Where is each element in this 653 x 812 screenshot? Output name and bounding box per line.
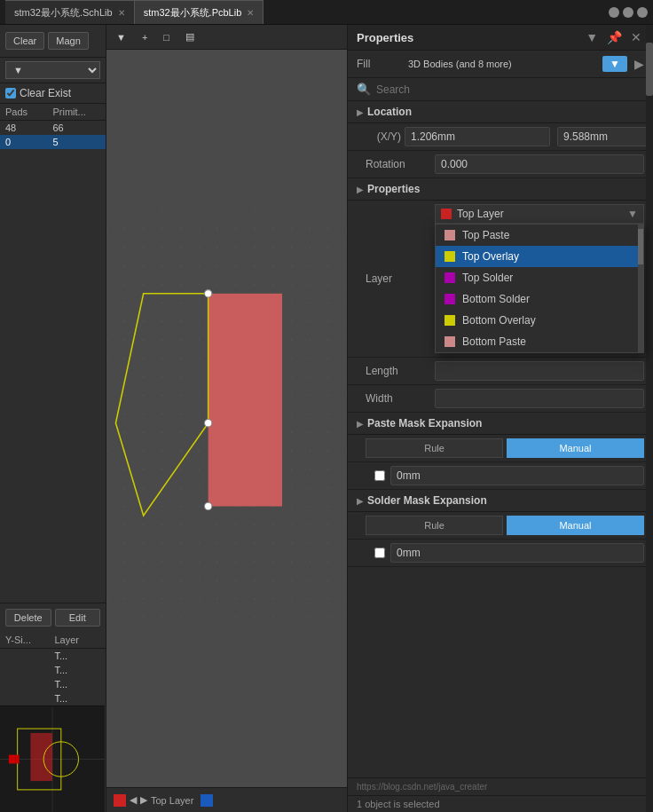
- top-overlay-label: Top Overlay: [462, 250, 519, 263]
- filter-button[interactable]: ▼: [602, 56, 627, 72]
- layer-select-box[interactable]: Top Layer ▼: [435, 204, 644, 224]
- paste-mask-section-header[interactable]: ▶ Paste Mask Expansion: [348, 413, 653, 435]
- dropdown-scrollbar-thumb: [638, 229, 643, 264]
- close-window-button[interactable]: [637, 7, 648, 18]
- dropdown-item-top-paste[interactable]: Top Paste: [436, 225, 643, 246]
- panel-close-btn[interactable]: ✕: [628, 30, 644, 44]
- search-row: 🔍: [348, 78, 653, 101]
- table-row-0[interactable]: 48 66: [0, 121, 106, 135]
- dropdown-item-top-solder[interactable]: Top Solder: [436, 267, 643, 288]
- tab-pcblib-close[interactable]: ✕: [247, 8, 254, 18]
- paste-rule-btn[interactable]: Rule: [366, 438, 503, 458]
- layer-indicator: ◀ ▶ Top Layer: [114, 794, 213, 807]
- svg-point-16: [204, 290, 211, 297]
- main-layout: Clear Magn ▼ Clear Exist Pads Primit... …: [0, 25, 653, 812]
- sidebar-table-header: Pads Primit...: [0, 104, 106, 121]
- svg-rect-6: [9, 755, 16, 764]
- clear-exist-checkbox[interactable]: [5, 88, 16, 99]
- tab-schlib-close[interactable]: ✕: [118, 8, 125, 18]
- solder-mask-section-title: Solder Mask Expansion: [367, 494, 487, 507]
- paste-mask-section-title: Paste Mask Expansion: [367, 417, 482, 430]
- length-input[interactable]: [435, 361, 644, 381]
- solder-mask-toggle-row: Rule Manual: [348, 512, 653, 540]
- search-input[interactable]: [376, 83, 644, 96]
- canvas-content[interactable]: [106, 50, 347, 787]
- chart-tool-btn[interactable]: ▤: [179, 28, 201, 45]
- solder-mask-section-header[interactable]: ▶ Solder Mask Expansion: [348, 490, 653, 512]
- canvas-status-bar: ◀ ▶ Top Layer: [106, 787, 347, 812]
- expand-button[interactable]: ▶: [634, 57, 644, 71]
- magn-button[interactable]: Magn: [48, 32, 89, 50]
- clear-button[interactable]: Clear: [5, 32, 44, 50]
- solder-mask-value[interactable]: [390, 543, 644, 563]
- paste-mask-value[interactable]: [390, 466, 644, 485]
- y-value-input[interactable]: [557, 127, 653, 146]
- col-layer: Layer: [55, 635, 101, 645]
- location-collapse-icon: ▶: [357, 107, 364, 117]
- bottom-solder-color: [445, 294, 455, 304]
- layer-selected-value: Top Layer: [457, 208, 504, 220]
- add-tool-btn[interactable]: +: [136, 29, 153, 45]
- table-row-1[interactable]: 0 5: [0, 135, 106, 149]
- dropdown-item-bottom-solder[interactable]: Bottom Solder: [436, 288, 643, 310]
- list-item-3[interactable]: T...: [0, 691, 106, 706]
- top-paste-label: Top Paste: [462, 229, 509, 241]
- paste-mask-collapse-icon: ▶: [357, 419, 364, 429]
- right-panel: Properties ▼ 📌 ✕ Fill 3D Bodies (and 8 m…: [347, 25, 653, 812]
- location-section-header[interactable]: ▶ Location: [348, 101, 653, 123]
- list-item-2[interactable]: T...: [0, 677, 106, 691]
- top-solder-color: [445, 272, 455, 283]
- solder-manual-btn[interactable]: Manual: [507, 516, 644, 535]
- tab-pcblib[interactable]: stm32最小系统.PcbLib ✕: [135, 0, 264, 24]
- dropdown-item-bottom-paste[interactable]: Bottom Paste: [436, 331, 643, 352]
- title-bar: stm32最小系统.SchLib ✕ stm32最小系统.PcbLib ✕: [0, 0, 653, 25]
- pin-button[interactable]: [609, 7, 619, 18]
- mini-preview: [0, 706, 105, 812]
- sidebar-dropdown-row: ▼: [0, 58, 106, 83]
- solder-rule-btn[interactable]: Rule: [366, 516, 503, 535]
- select-tool-btn[interactable]: □: [157, 29, 176, 45]
- list-item-0[interactable]: T...: [0, 649, 106, 663]
- layer-color-indicator: [114, 794, 126, 807]
- panel-collapse-btn[interactable]: ▼: [583, 30, 601, 44]
- paste-mask-value-row: [348, 462, 653, 490]
- sidebar-select[interactable]: ▼: [5, 61, 100, 79]
- list-item-1[interactable]: T...: [0, 663, 106, 677]
- panel-title: Properties: [357, 31, 576, 44]
- paste-mask-checkbox[interactable]: [374, 470, 385, 481]
- properties-section-header[interactable]: ▶ Properties: [348, 178, 653, 201]
- rotation-input[interactable]: [435, 154, 644, 174]
- top-overlay-color: [445, 251, 455, 262]
- fill-label: Fill: [357, 58, 401, 70]
- sidebar-action-btns: Delete Edit: [0, 603, 106, 632]
- dropdown-scrollbar[interactable]: [638, 225, 643, 352]
- filter-tool-btn[interactable]: ▼: [110, 29, 132, 45]
- svg-rect-4: [30, 733, 52, 781]
- header-pads: Pads: [5, 106, 53, 117]
- layer-dropdown-arrow-icon: ▼: [627, 208, 638, 220]
- properties-scrollbar[interactable]: [646, 25, 653, 812]
- solder-mask-value-row: [348, 540, 653, 567]
- paste-manual-btn[interactable]: Manual: [507, 438, 644, 458]
- search-icon: 🔍: [357, 83, 371, 96]
- tab-schlib[interactable]: stm32最小系统.SchLib ✕: [5, 0, 135, 24]
- dropdown-item-bottom-overlay[interactable]: Bottom Overlay: [436, 310, 643, 331]
- width-input[interactable]: [435, 389, 644, 408]
- solder-mask-checkbox[interactable]: [374, 548, 385, 558]
- nav-prev[interactable]: ◀: [130, 794, 137, 806]
- layer-dropdown-menu: Top Paste Top Overlay Top Solder Bottom …: [435, 224, 644, 353]
- bottom-overlay-color: [445, 315, 455, 326]
- location-section-title: Location: [367, 106, 412, 118]
- svg-point-18: [204, 502, 211, 509]
- rotation-row: Rotation: [348, 151, 653, 178]
- top-solder-label: Top Solder: [462, 272, 513, 284]
- delete-button[interactable]: Delete: [5, 609, 51, 627]
- length-label: Length: [366, 365, 428, 377]
- edit-button[interactable]: Edit: [55, 609, 101, 627]
- nav-next[interactable]: ▶: [140, 794, 147, 806]
- x-value-input[interactable]: [405, 127, 550, 146]
- dropdown-item-top-overlay[interactable]: Top Overlay: [436, 246, 643, 267]
- panel-header-buttons: ▼ 📌 ✕: [583, 30, 644, 44]
- restore-button[interactable]: [623, 7, 633, 18]
- panel-pin-btn[interactable]: 📌: [604, 30, 625, 44]
